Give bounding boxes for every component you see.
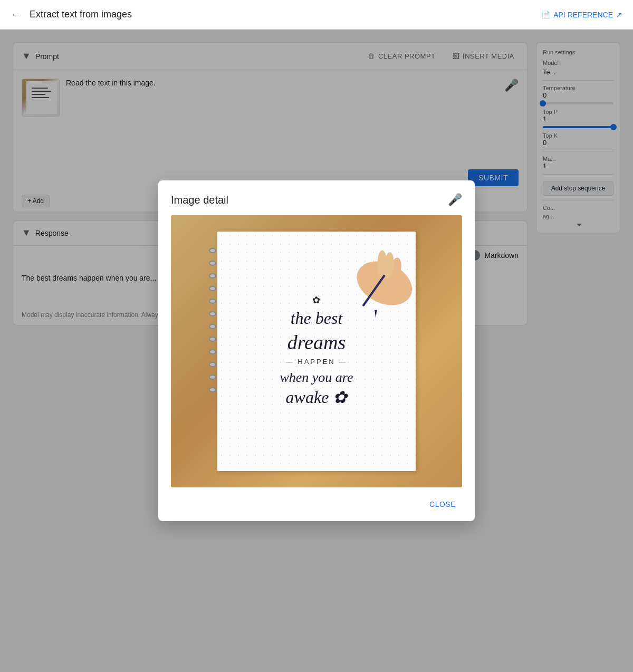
pen-tip: [375, 310, 377, 318]
spiral-coil: [209, 387, 216, 392]
spiral-coil: [209, 273, 216, 279]
dialog-image: ✿ the best dreams — HAPPEN — when you ar…: [171, 215, 462, 487]
spiral-coil: [209, 337, 216, 342]
spiral-coil: [209, 286, 216, 291]
top-bar: ← Extract text from images 📄 API REFEREN…: [0, 0, 633, 30]
notebook-line2: the best: [280, 308, 353, 330]
finger-2: [383, 252, 395, 279]
api-reference-label: API REFERENCE: [553, 11, 613, 19]
pen-body: [362, 275, 386, 307]
notebook-background: ✿ the best dreams — HAPPEN — when you ar…: [171, 215, 462, 487]
close-button[interactable]: CLOSE: [423, 496, 462, 513]
notebook-line1: ✿: [280, 294, 353, 306]
main-area: ▼ Prompt 🗑 CLEAR PROMPT 🖼 INSERT MEDIA: [0, 30, 633, 672]
spiral-coil: [209, 375, 216, 380]
modal-overlay[interactable]: Image detail 🎤: [0, 30, 633, 672]
notebook-line5: when you are: [280, 369, 353, 387]
dialog-mic-icon[interactable]: 🎤: [448, 193, 462, 207]
dialog-footer: CLOSE: [171, 487, 462, 513]
notebook-line6: awake ✿: [280, 387, 353, 409]
notebook-line3: dreams: [280, 330, 353, 356]
page-title: Extract text from images: [30, 9, 541, 20]
finger-1: [388, 257, 403, 283]
spiral-coil: [209, 248, 216, 253]
dialog-header: Image detail 🎤: [171, 193, 462, 207]
spiral-coil: [209, 311, 216, 316]
dialog-title: Image detail: [171, 194, 228, 206]
api-reference-link[interactable]: 📄 API REFERENCE ↗: [541, 11, 622, 19]
spiral-binding: [208, 244, 217, 459]
notebook-container: ✿ the best dreams — HAPPEN — when you ar…: [217, 232, 415, 471]
image-detail-dialog: Image detail 🎤: [158, 180, 475, 521]
hand-shape: [350, 253, 416, 314]
notebook-page: ✿ the best dreams — HAPPEN — when you ar…: [217, 232, 415, 471]
external-link-icon: ↗: [616, 11, 622, 19]
notebook-line4: — HAPPEN —: [280, 358, 353, 367]
notebook-text: ✿ the best dreams — HAPPEN — when you ar…: [280, 294, 353, 409]
spiral-coil: [209, 261, 216, 266]
spiral-coil: [209, 362, 216, 367]
spiral-coil: [209, 299, 216, 304]
api-reference-icon: 📄: [541, 11, 550, 19]
spiral-coil: [209, 324, 216, 329]
back-button[interactable]: ←: [11, 8, 21, 21]
spiral-coil: [209, 349, 216, 354]
finger-3: [377, 251, 387, 279]
